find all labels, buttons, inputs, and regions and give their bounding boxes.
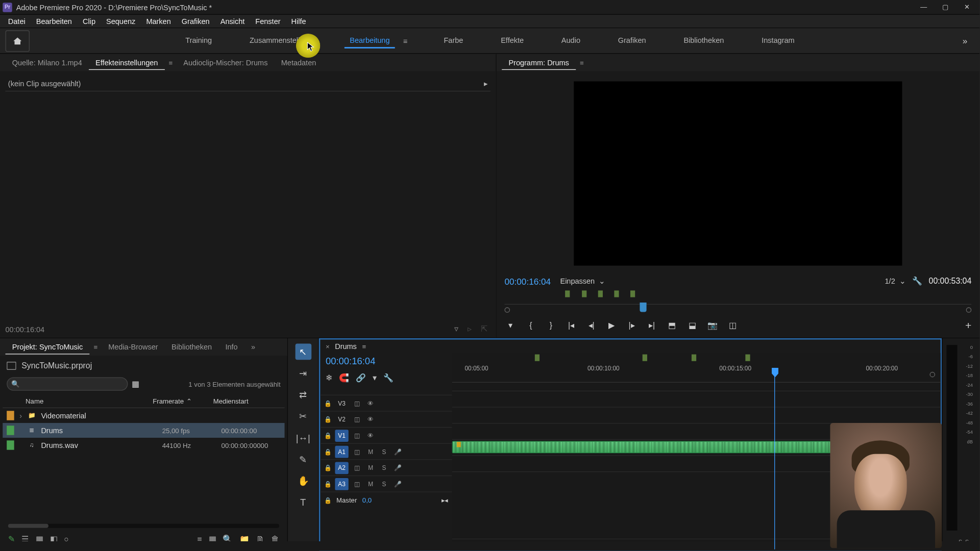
- project-tab-overflow[interactable]: »: [244, 340, 262, 354]
- snap-icon[interactable]: 🧲: [339, 373, 349, 382]
- sync-lock-icon[interactable]: ◫: [353, 416, 362, 422]
- solo-button[interactable]: S: [379, 481, 388, 487]
- toggle-output-icon[interactable]: 👁: [366, 400, 375, 407]
- lock-icon[interactable]: 🔒: [324, 432, 331, 439]
- master-track-header[interactable]: 🔒Master0,0▸◂: [320, 491, 452, 508]
- source-tab-metadaten[interactable]: Metadaten: [275, 56, 323, 69]
- project-tab-info[interactable]: Info: [218, 340, 244, 354]
- marker-icon[interactable]: [692, 355, 696, 361]
- clip-marker-icon[interactable]: [457, 442, 461, 447]
- mark-out-button[interactable]: }: [545, 319, 557, 332]
- menu-sequenz[interactable]: Sequenz: [101, 16, 141, 27]
- mute-button[interactable]: M: [366, 448, 375, 455]
- track-header-v3[interactable]: 🔒V3◫👁: [320, 395, 452, 411]
- scroll-thumb[interactable]: [8, 524, 48, 528]
- track-header-a3[interactable]: 🔒A3◫MS🎤: [320, 475, 452, 492]
- home-button[interactable]: [6, 30, 30, 52]
- col-name[interactable]: Name: [7, 397, 153, 405]
- track-label[interactable]: A3: [335, 478, 348, 490]
- settings-icon[interactable]: 🔧: [383, 373, 394, 382]
- audio-meters[interactable]: 0-6-12-18-24-30-36-42-48-54dB S S: [942, 338, 979, 550]
- nest-toggle-icon[interactable]: ❄: [326, 373, 332, 382]
- marker-icon[interactable]: [643, 355, 647, 361]
- workspace-training[interactable]: Training: [180, 33, 217, 48]
- sync-lock-icon[interactable]: ◫: [353, 481, 362, 487]
- program-tab-menu-icon[interactable]: ≡: [576, 59, 588, 66]
- project-tab-menu-icon[interactable]: ≡: [89, 343, 102, 350]
- track-label[interactable]: V2: [335, 413, 348, 425]
- lock-icon[interactable]: 🔒: [324, 481, 331, 487]
- workspace-overflow[interactable]: »: [950, 36, 979, 46]
- solo-button[interactable]: S: [379, 464, 388, 471]
- play-button[interactable]: ▶: [605, 319, 618, 332]
- zoom-in-handle[interactable]: [966, 307, 972, 313]
- playhead-head[interactable]: [772, 368, 778, 377]
- filter-icon[interactable]: ▦: [132, 379, 139, 388]
- marker-icon[interactable]: [614, 290, 619, 297]
- menu-marken[interactable]: Marken: [141, 16, 176, 27]
- lift-button[interactable]: ⬒: [666, 319, 678, 332]
- selection-tool[interactable]: ↖: [295, 343, 311, 360]
- add-marker-button[interactable]: ▾: [504, 319, 517, 332]
- lock-icon[interactable]: 🔒: [324, 416, 331, 422]
- goto-out-button[interactable]: ▸|: [646, 319, 658, 332]
- expand-icon[interactable]: ▸: [484, 80, 488, 88]
- goto-in-button[interactable]: |◂: [565, 319, 577, 332]
- track-v2[interactable]: [452, 407, 941, 423]
- sync-lock-icon[interactable]: ◫: [353, 448, 362, 455]
- track-select-tool[interactable]: ⇥: [295, 365, 311, 382]
- export-icon[interactable]: ⇱: [481, 324, 487, 333]
- close-button[interactable]: ✕: [962, 3, 971, 12]
- hand-tool[interactable]: ✋: [295, 473, 311, 489]
- program-resolution-select[interactable]: 1/2⌄: [885, 277, 905, 285]
- razor-tool[interactable]: ✂: [295, 408, 311, 424]
- pen-tool[interactable]: ✎: [295, 451, 311, 467]
- workspace-bibliotheken[interactable]: Bibliotheken: [678, 33, 729, 48]
- program-timecode-left[interactable]: 00:00:16:04: [504, 276, 551, 286]
- sync-lock-icon[interactable]: ◫: [353, 464, 362, 471]
- mark-in-button[interactable]: {: [525, 319, 537, 332]
- compare-button[interactable]: ◫: [726, 319, 739, 332]
- project-row-drums-wav[interactable]: ♫ Drums.wav 44100 Hz 00:00:00:00000: [3, 438, 284, 453]
- sync-lock-icon[interactable]: ◫: [353, 400, 362, 407]
- timeline-timecode[interactable]: 00:00:16:04: [320, 353, 452, 369]
- workspace-bearbeitung[interactable]: Bearbeitung: [345, 33, 395, 48]
- sequence-name[interactable]: Drums: [335, 342, 357, 350]
- minimize-button[interactable]: —: [919, 3, 928, 12]
- voice-over-icon[interactable]: 🎤: [393, 464, 402, 471]
- marker-icon[interactable]: [565, 290, 570, 297]
- master-value[interactable]: 0,0: [362, 496, 372, 504]
- source-tab-audioclip-mischer[interactable]: Audioclip-Mischer: Drums: [177, 56, 275, 69]
- timeline-ruler[interactable]: 00:05:00 00:00:10:00 00:00:15:00 00:00:2…: [452, 353, 941, 383]
- program-marker-track[interactable]: [504, 290, 971, 303]
- sync-lock-icon[interactable]: ◫: [353, 432, 362, 439]
- linked-selection-icon[interactable]: 🔗: [356, 373, 366, 382]
- collapse-icon[interactable]: ▸◂: [442, 496, 448, 504]
- project-tab-projekt[interactable]: Projekt: SyncToMusic: [6, 340, 90, 354]
- project-search-input[interactable]: 🔍: [7, 377, 128, 390]
- play-only-icon[interactable]: ▹: [468, 324, 472, 333]
- track-header-a2[interactable]: 🔒A2◫MS🎤: [320, 459, 452, 475]
- track-header-v2[interactable]: 🔒V2◫👁: [320, 411, 452, 427]
- voice-over-icon[interactable]: 🎤: [393, 448, 402, 455]
- toggle-output-icon[interactable]: 👁: [366, 432, 375, 439]
- maximize-button[interactable]: ▢: [941, 3, 950, 12]
- marker-icon[interactable]: [581, 290, 586, 297]
- marker-icon[interactable]: [745, 355, 750, 361]
- marker-icon[interactable]: [535, 355, 540, 361]
- marker-icon[interactable]: [630, 290, 635, 297]
- voice-over-icon[interactable]: 🎤: [393, 481, 402, 487]
- source-tab-menu-icon[interactable]: ≡: [165, 59, 177, 66]
- add-marker-icon[interactable]: ▾: [373, 373, 377, 382]
- slip-tool[interactable]: |↔|: [295, 430, 311, 446]
- workspace-instagram[interactable]: Instagram: [756, 33, 800, 48]
- marker-icon[interactable]: [598, 290, 602, 297]
- type-tool[interactable]: T: [295, 494, 311, 511]
- workspace-grafiken[interactable]: Grafiken: [612, 33, 651, 48]
- lock-icon[interactable]: 🔒: [324, 448, 331, 455]
- program-viewer[interactable]: [504, 74, 971, 273]
- workspace-effekte[interactable]: Effekte: [496, 33, 529, 48]
- wrench-icon[interactable]: 🔧: [912, 277, 922, 286]
- project-tab-bibliotheken[interactable]: Bibliotheken: [165, 340, 218, 354]
- step-forward-button[interactable]: |▸: [626, 319, 638, 332]
